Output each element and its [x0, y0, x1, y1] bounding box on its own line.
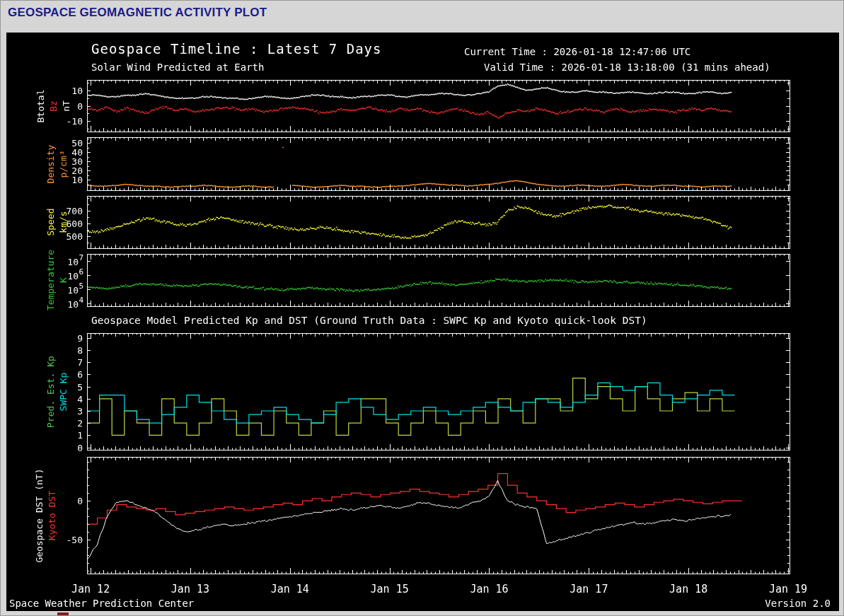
version-label: Version 2.0 — [765, 598, 831, 609]
y-axis-label-swpc-kp: SWPC Kp — [58, 372, 69, 411]
y-axis-label-km-s: km/s — [58, 211, 69, 233]
footer-credit: Space Weather Prediction Center — [9, 598, 194, 609]
plot-frame: Geospace Timeline : Latest 7 Days Curren… — [6, 33, 839, 611]
y-axis-label-btotal: Btotal — [35, 89, 46, 122]
y-axis-label-kyoto-dst: Kyoto DST — [47, 490, 57, 540]
y-axis-label-density: Density — [45, 144, 56, 183]
y-axis-label-nt: nT — [61, 100, 71, 112]
y-axis-label-p-cm-: p/cm³ — [58, 150, 69, 178]
y-axis-label-speed: Speed — [45, 208, 56, 236]
page: GEOSPACE GEOMAGNETIC ACTIVITY PLOT Geosp… — [0, 0, 844, 616]
y-axis-label-bz: Bz — [48, 100, 59, 112]
chart-title: Geospace Timeline : Latest 7 Days — [91, 41, 382, 57]
geospace-model-section-title: Geospace Model Predicted Kp and DST (Gro… — [91, 315, 647, 326]
valid-time-label: Valid Time : 2026-01-18 13:18:00 (31 min… — [484, 62, 770, 73]
page-title: GEOSPACE GEOMAGNETIC ACTIVITY PLOT — [8, 6, 267, 20]
current-time-label: Current Time : 2026-01-18 12:47:06 UTC — [464, 46, 690, 57]
y-axis-label-pred-est-kp: Pred. Est. Kp — [45, 356, 56, 428]
y-axis-label-temperature: Temperature — [45, 250, 56, 310]
bottom-partial-element — [57, 612, 69, 616]
y-axis-label-k: K — [58, 277, 69, 283]
solar-wind-subtitle: Solar Wind Predicted at Earth — [91, 62, 264, 73]
header-bar: GEOSPACE GEOMAGNETIC ACTIVITY PLOT — [1, 1, 843, 29]
y-axis-label-geospace-dst-nt-: Geospace DST (nT) — [34, 468, 45, 562]
